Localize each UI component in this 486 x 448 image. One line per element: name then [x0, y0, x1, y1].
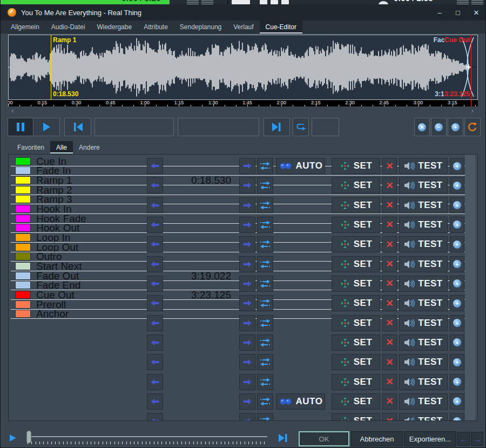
sync-button[interactable] [257, 236, 273, 252]
auto-button[interactable]: AUTO [276, 393, 325, 410]
move-earlier-button[interactable] [147, 217, 163, 233]
set-button[interactable]: SET [332, 236, 380, 252]
delete-cue-button[interactable]: ✕ [382, 158, 397, 174]
scroll-right-icon[interactable]: › [471, 106, 474, 115]
cue-position-field-1[interactable] [94, 118, 174, 136]
delete-cue-button[interactable]: ✕ [382, 354, 397, 370]
filter-tab-andere[interactable]: Andere [73, 141, 106, 153]
set-button[interactable]: SET [332, 197, 380, 213]
move-later-button[interactable] [239, 177, 255, 193]
play-button[interactable] [33, 118, 60, 136]
set-button[interactable]: SET [332, 393, 380, 410]
add-button[interactable]: + [450, 335, 464, 351]
test-button[interactable]: TEST [399, 335, 448, 351]
add-button[interactable]: + [450, 236, 464, 252]
add-button[interactable]: + [450, 393, 464, 410]
move-later-button[interactable] [239, 295, 255, 311]
move-later-button[interactable] [239, 197, 255, 213]
add-button[interactable]: + [450, 177, 464, 193]
scroll-left-icon[interactable]: ‹ [11, 106, 14, 115]
sync-button[interactable] [257, 335, 273, 351]
add-button[interactable]: + [450, 256, 464, 272]
skip-end-icon[interactable] [278, 434, 289, 442]
delete-cue-button[interactable]: ✕ [382, 393, 397, 410]
sync-button[interactable] [257, 217, 273, 233]
move-later-button[interactable] [239, 315, 255, 331]
sync-button[interactable] [257, 413, 273, 421]
move-later-button[interactable] [239, 374, 255, 390]
add-button[interactable]: + [450, 276, 464, 292]
tab-cue-editor[interactable]: Cue-Editor [260, 21, 302, 34]
test-button[interactable]: TEST [399, 295, 448, 311]
test-button[interactable]: TEST [399, 315, 448, 331]
cue-position-field-2[interactable] [178, 118, 259, 136]
add-button[interactable]: + [450, 295, 464, 311]
sync-button[interactable] [257, 158, 273, 174]
sync-button[interactable] [257, 256, 273, 272]
filter-tab-favoriten[interactable]: Favoriten [11, 141, 50, 153]
minimize-button[interactable]: – [430, 4, 449, 21]
set-button[interactable]: SET [332, 276, 380, 292]
set-button[interactable]: SET [332, 217, 380, 233]
move-earlier-button[interactable] [147, 295, 163, 311]
close-button[interactable]: ✕ [467, 4, 485, 21]
test-button[interactable]: TEST [399, 276, 448, 292]
delete-cue-button[interactable]: ✕ [382, 413, 397, 421]
test-button[interactable]: TEST [399, 177, 448, 193]
add-button[interactable]: + [450, 374, 464, 390]
move-earlier-button[interactable] [147, 393, 163, 410]
delete-cue-button[interactable]: ✕ [382, 276, 397, 292]
delete-cue-button[interactable]: ✕ [382, 236, 397, 252]
delete-cue-button[interactable]: ✕ [382, 256, 397, 272]
move-later-button[interactable] [239, 256, 255, 272]
delete-cue-button[interactable]: ✕ [382, 295, 397, 311]
preview-slider-track[interactable] [26, 436, 267, 437]
set-button[interactable]: SET [332, 256, 380, 272]
move-earlier-button[interactable] [147, 177, 163, 193]
waveform-display[interactable]: Ramp 1 0:18.530 FacCue Out 3:13:23.125 [8, 35, 478, 100]
test-button[interactable]: TEST [399, 354, 448, 370]
sync-button[interactable] [257, 374, 273, 390]
move-later-button[interactable] [239, 276, 255, 292]
move-earlier-button[interactable] [147, 158, 163, 174]
move-earlier-button[interactable] [147, 276, 163, 292]
zoom-reset-button[interactable]: ✕ [414, 118, 430, 136]
test-button[interactable]: TEST [399, 413, 448, 421]
move-earlier-button[interactable] [147, 256, 163, 272]
pause-button[interactable] [8, 118, 33, 136]
add-button[interactable]: + [450, 158, 464, 174]
move-earlier-button[interactable] [147, 197, 163, 213]
delete-cue-button[interactable]: ✕ [382, 374, 397, 390]
auto-button[interactable]: AUTO [276, 158, 325, 174]
tab-verlauf[interactable]: Verlauf [227, 21, 259, 34]
zoom-in-button[interactable]: + [448, 118, 463, 136]
test-button[interactable]: TEST [399, 256, 448, 272]
reload-button[interactable] [464, 118, 481, 136]
add-button[interactable]: + [450, 217, 464, 233]
ramp1-marker-line[interactable] [51, 35, 51, 99]
test-button[interactable]: TEST [399, 158, 448, 174]
move-later-button[interactable] [239, 354, 255, 370]
move-earlier-button[interactable] [147, 354, 163, 370]
sync-button[interactable] [257, 276, 273, 292]
skip-to-end-button[interactable] [264, 118, 290, 136]
set-button[interactable]: SET [332, 177, 380, 193]
preview-play-icon[interactable] [9, 434, 17, 442]
set-button[interactable]: SET [332, 413, 380, 421]
add-button[interactable]: + [450, 413, 464, 421]
test-button[interactable]: TEST [399, 217, 448, 233]
tab-attribute[interactable]: Attribute [138, 21, 174, 34]
test-button[interactable]: TEST [399, 374, 448, 390]
cue-out-marker-line[interactable] [471, 35, 471, 106]
set-button[interactable]: SET [332, 374, 380, 390]
move-earlier-button[interactable] [147, 236, 163, 252]
skip-to-start-button[interactable] [64, 118, 91, 136]
table-scrollbar[interactable] [465, 155, 475, 420]
sync-button[interactable] [257, 393, 273, 410]
set-button[interactable]: SET [332, 315, 380, 331]
sync-button[interactable] [257, 315, 273, 331]
test-button[interactable]: TEST [399, 393, 448, 410]
move-later-button[interactable] [239, 236, 255, 252]
move-later-button[interactable] [239, 158, 255, 174]
delete-cue-button[interactable]: ✕ [382, 197, 397, 213]
